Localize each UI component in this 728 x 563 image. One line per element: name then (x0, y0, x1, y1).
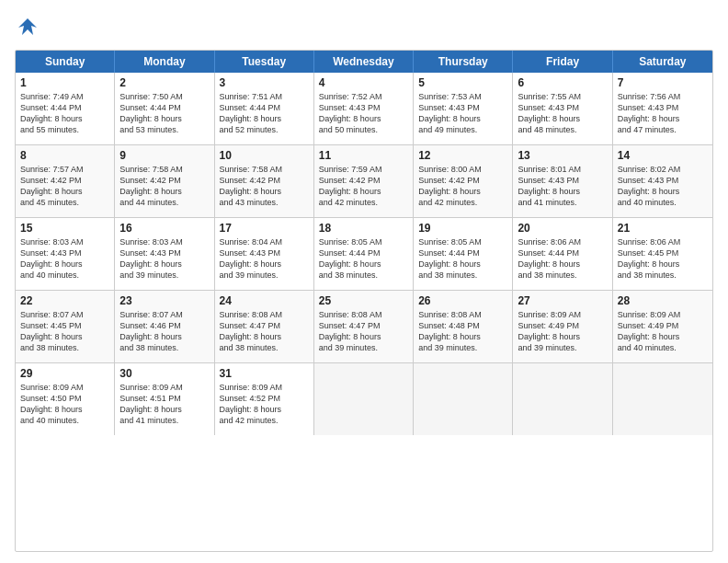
calendar: SundayMondayTuesdayWednesdayThursdayFrid… (15, 50, 713, 552)
cell-info: Sunrise: 8:06 AMSunset: 4:44 PMDaylight:… (518, 236, 607, 282)
day-number: 27 (518, 294, 607, 307)
calendar-cell: 9Sunrise: 7:58 AMSunset: 4:42 PMDaylight… (115, 145, 214, 217)
day-number: 11 (319, 149, 408, 162)
calendar-row: 22Sunrise: 8:07 AMSunset: 4:45 PMDayligh… (16, 290, 712, 362)
cell-info: Sunrise: 8:09 AMSunset: 4:49 PMDaylight:… (518, 309, 607, 354)
cell-info: Sunrise: 8:00 AMSunset: 4:42 PMDaylight:… (418, 164, 507, 209)
calendar-cell: 18Sunrise: 8:05 AMSunset: 4:44 PMDayligh… (314, 218, 414, 290)
day-number: 21 (618, 222, 708, 235)
day-number: 8 (20, 149, 109, 162)
calendar-cell: 28Sunrise: 8:09 AMSunset: 4:49 PMDayligh… (613, 291, 712, 362)
day-number: 4 (319, 76, 408, 89)
cell-info: Sunrise: 7:58 AMSunset: 4:42 PMDaylight:… (220, 164, 309, 209)
calendar-cell: 25Sunrise: 8:08 AMSunset: 4:47 PMDayligh… (314, 291, 414, 362)
cell-info: Sunrise: 7:58 AMSunset: 4:42 PMDaylight:… (119, 164, 209, 209)
cell-info: Sunrise: 8:03 AMSunset: 4:43 PMDaylight:… (20, 236, 109, 282)
cell-info: Sunrise: 8:01 AMSunset: 4:43 PMDaylight:… (518, 164, 607, 209)
weekday-header: Saturday (613, 51, 712, 73)
day-number: 13 (518, 149, 607, 162)
calendar-row: 29Sunrise: 8:09 AMSunset: 4:50 PMDayligh… (16, 362, 712, 435)
cell-info: Sunrise: 8:08 AMSunset: 4:48 PMDaylight:… (418, 309, 507, 354)
calendar-cell: 7Sunrise: 7:56 AMSunset: 4:43 PMDaylight… (613, 73, 712, 144)
calendar-cell: 3Sunrise: 7:51 AMSunset: 4:44 PMDaylight… (215, 73, 314, 144)
logo (15, 15, 44, 40)
calendar-cell: 22Sunrise: 8:07 AMSunset: 4:45 PMDayligh… (16, 291, 115, 362)
calendar-cell: 16Sunrise: 8:03 AMSunset: 4:43 PMDayligh… (115, 218, 214, 290)
cell-info: Sunrise: 8:09 AMSunset: 4:51 PMDaylight:… (119, 382, 209, 427)
calendar-cell (414, 363, 513, 435)
calendar-cell: 19Sunrise: 8:05 AMSunset: 4:44 PMDayligh… (414, 218, 513, 290)
cell-info: Sunrise: 7:49 AMSunset: 4:44 PMDaylight:… (20, 91, 109, 136)
day-number: 26 (418, 294, 507, 307)
calendar-cell: 30Sunrise: 8:09 AMSunset: 4:51 PMDayligh… (115, 363, 214, 435)
day-number: 5 (418, 76, 507, 89)
calendar-cell: 23Sunrise: 8:07 AMSunset: 4:46 PMDayligh… (115, 291, 214, 362)
cell-info: Sunrise: 8:02 AMSunset: 4:43 PMDaylight:… (618, 164, 708, 209)
cell-info: Sunrise: 8:07 AMSunset: 4:45 PMDaylight:… (20, 309, 109, 354)
cell-info: Sunrise: 7:52 AMSunset: 4:43 PMDaylight:… (319, 91, 408, 136)
cell-info: Sunrise: 7:53 AMSunset: 4:43 PMDaylight:… (418, 91, 507, 136)
cell-info: Sunrise: 8:06 AMSunset: 4:45 PMDaylight:… (618, 236, 708, 282)
calendar-cell: 12Sunrise: 8:00 AMSunset: 4:42 PMDayligh… (414, 145, 513, 217)
cell-info: Sunrise: 8:09 AMSunset: 4:52 PMDaylight:… (220, 382, 309, 427)
day-number: 6 (518, 76, 607, 89)
cell-info: Sunrise: 7:59 AMSunset: 4:42 PMDaylight:… (319, 164, 408, 209)
cell-info: Sunrise: 8:08 AMSunset: 4:47 PMDaylight:… (319, 309, 408, 354)
day-number: 29 (20, 367, 109, 380)
day-number: 28 (618, 294, 708, 307)
day-number: 15 (20, 222, 109, 235)
calendar-header: SundayMondayTuesdayWednesdayThursdayFrid… (16, 51, 712, 73)
day-number: 30 (119, 367, 209, 380)
calendar-cell: 4Sunrise: 7:52 AMSunset: 4:43 PMDaylight… (314, 73, 414, 144)
cell-info: Sunrise: 8:07 AMSunset: 4:46 PMDaylight:… (119, 309, 209, 354)
cell-info: Sunrise: 8:03 AMSunset: 4:43 PMDaylight:… (119, 236, 209, 282)
weekday-header: Friday (513, 51, 612, 73)
calendar-cell: 17Sunrise: 8:04 AMSunset: 4:43 PMDayligh… (215, 218, 314, 290)
day-number: 22 (20, 294, 109, 307)
calendar-cell: 26Sunrise: 8:08 AMSunset: 4:48 PMDayligh… (414, 291, 513, 362)
day-number: 3 (220, 76, 309, 89)
calendar-cell: 10Sunrise: 7:58 AMSunset: 4:42 PMDayligh… (215, 145, 314, 217)
cell-info: Sunrise: 8:05 AMSunset: 4:44 PMDaylight:… (418, 236, 507, 282)
cell-info: Sunrise: 8:05 AMSunset: 4:44 PMDaylight:… (319, 236, 408, 282)
calendar-cell: 1Sunrise: 7:49 AMSunset: 4:44 PMDaylight… (16, 73, 115, 144)
calendar-row: 15Sunrise: 8:03 AMSunset: 4:43 PMDayligh… (16, 217, 712, 290)
calendar-cell (613, 363, 712, 435)
calendar-body: 1Sunrise: 7:49 AMSunset: 4:44 PMDaylight… (16, 73, 712, 435)
calendar-cell: 2Sunrise: 7:50 AMSunset: 4:44 PMDaylight… (115, 73, 214, 144)
day-number: 12 (418, 149, 507, 162)
weekday-header: Wednesday (314, 51, 414, 73)
day-number: 2 (119, 76, 209, 89)
calendar-cell (513, 363, 612, 435)
weekday-header: Thursday (414, 51, 513, 73)
cell-info: Sunrise: 8:08 AMSunset: 4:47 PMDaylight:… (220, 309, 309, 354)
day-number: 25 (319, 294, 408, 307)
svg-marker-0 (18, 18, 37, 35)
cell-info: Sunrise: 7:56 AMSunset: 4:43 PMDaylight:… (618, 91, 708, 136)
day-number: 16 (119, 222, 209, 235)
cell-info: Sunrise: 7:55 AMSunset: 4:43 PMDaylight:… (518, 91, 607, 136)
calendar-row: 1Sunrise: 7:49 AMSunset: 4:44 PMDaylight… (16, 73, 712, 144)
day-number: 19 (418, 222, 507, 235)
calendar-cell: 13Sunrise: 8:01 AMSunset: 4:43 PMDayligh… (513, 145, 612, 217)
calendar-cell: 31Sunrise: 8:09 AMSunset: 4:52 PMDayligh… (215, 363, 314, 435)
cell-info: Sunrise: 8:04 AMSunset: 4:43 PMDaylight:… (220, 236, 309, 282)
day-number: 31 (220, 367, 309, 380)
weekday-header: Tuesday (215, 51, 314, 73)
calendar-cell: 21Sunrise: 8:06 AMSunset: 4:45 PMDayligh… (613, 218, 712, 290)
day-number: 20 (518, 222, 607, 235)
cell-info: Sunrise: 7:50 AMSunset: 4:44 PMDaylight:… (119, 91, 209, 136)
day-number: 10 (220, 149, 309, 162)
day-number: 7 (618, 76, 708, 89)
cell-info: Sunrise: 8:09 AMSunset: 4:49 PMDaylight:… (618, 309, 708, 354)
day-number: 24 (220, 294, 309, 307)
page: SundayMondayTuesdayWednesdayThursdayFrid… (0, 0, 728, 563)
calendar-cell: 24Sunrise: 8:08 AMSunset: 4:47 PMDayligh… (215, 291, 314, 362)
day-number: 17 (220, 222, 309, 235)
day-number: 18 (319, 222, 408, 235)
calendar-cell: 27Sunrise: 8:09 AMSunset: 4:49 PMDayligh… (513, 291, 612, 362)
cell-info: Sunrise: 7:51 AMSunset: 4:44 PMDaylight:… (220, 91, 309, 136)
cell-info: Sunrise: 7:57 AMSunset: 4:42 PMDaylight:… (20, 164, 109, 209)
day-number: 1 (20, 76, 109, 89)
calendar-row: 8Sunrise: 7:57 AMSunset: 4:42 PMDaylight… (16, 144, 712, 217)
